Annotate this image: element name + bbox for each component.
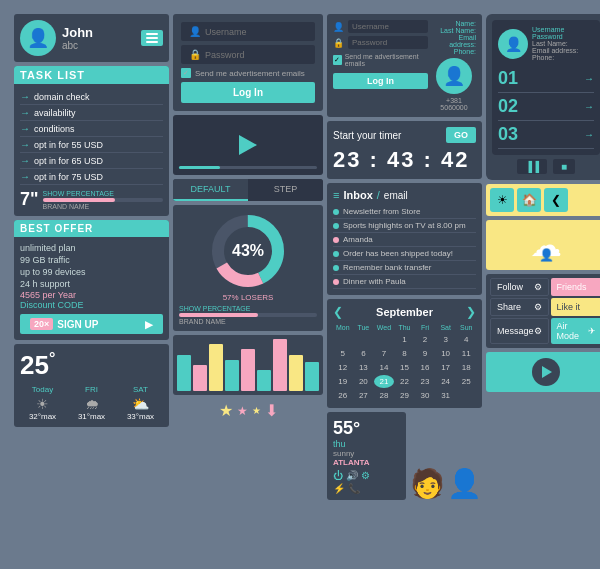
cal-header-wed: Wed (374, 323, 394, 332)
video-progress-fill (179, 166, 220, 169)
cal-prev[interactable]: ❮ (333, 305, 343, 319)
phone2-icon[interactable]: 📞 (348, 483, 360, 494)
show-pct2: SHOW PERCENTAGE (179, 305, 317, 312)
home-btn[interactable]: 🏠 (517, 188, 541, 212)
settings-icon[interactable]: ⚙ (361, 470, 370, 481)
lightning-icon[interactable]: ⚡ (333, 483, 345, 494)
cal-w1-1 (333, 333, 353, 346)
offer-item-5: 4565 per Year (20, 290, 163, 300)
power-icon[interactable]: ⏻ (333, 470, 343, 481)
inbox-item-3[interactable]: Amanda (333, 233, 476, 247)
checkbox[interactable]: ✓ (181, 68, 191, 78)
stripe-8 (289, 355, 303, 391)
play-button[interactable] (239, 135, 257, 155)
cal-d21-today[interactable]: 21 (374, 375, 394, 388)
inbox-menu-icon[interactable]: ≡ (333, 189, 339, 201)
cal-d24[interactable]: 24 (436, 375, 456, 388)
signup-button[interactable]: 20× SIGN UP ▶ (20, 314, 163, 334)
cal-d16[interactable]: 16 (415, 361, 435, 374)
task-item-1[interactable]: → domain check (20, 89, 163, 105)
cal-month: September (376, 306, 433, 318)
inbox-item-2[interactable]: Sports highlights on TV at 8.00 pm (333, 219, 476, 233)
cal-d8[interactable]: 8 (395, 347, 415, 360)
cal-d1[interactable]: 1 (395, 333, 415, 346)
city-day: thu (333, 439, 400, 449)
login2-checkbox[interactable]: ✓ (333, 55, 342, 65)
email-label: Email address: (432, 34, 476, 48)
username-icon: 👤 (189, 26, 201, 37)
volume-icon[interactable]: 🔊 (346, 470, 358, 481)
cal-d6[interactable]: 6 (354, 347, 374, 360)
username-input[interactable] (205, 27, 307, 37)
phone-stop-btn[interactable]: ■ (553, 159, 575, 174)
cal-d14[interactable]: 14 (374, 361, 394, 374)
cal-d17[interactable]: 17 (436, 361, 456, 374)
cal-d2[interactable]: 2 (415, 333, 435, 346)
cal-d30[interactable]: 30 (415, 389, 435, 402)
play2-button[interactable] (532, 358, 560, 386)
cal-d18[interactable]: 18 (456, 361, 476, 374)
phone-pause-btn[interactable]: ▐▐ (517, 159, 547, 174)
login2-user-icon: 👤 (333, 22, 344, 32)
cal-d10[interactable]: 10 (436, 347, 456, 360)
inbox-subtitle: email (384, 190, 408, 201)
cal-d13[interactable]: 13 (354, 361, 374, 374)
cal-d19[interactable]: 19 (333, 375, 353, 388)
like-button[interactable]: Like it (551, 298, 600, 316)
login2-button[interactable]: Log In (333, 73, 428, 89)
login-button[interactable]: Log In (181, 82, 315, 103)
task-item-4[interactable]: → opt in for 55 USD (20, 137, 163, 153)
tab-default[interactable]: DEFAULT (173, 179, 248, 201)
cal-d27[interactable]: 27 (354, 389, 374, 402)
cal-d23[interactable]: 23 (415, 375, 435, 388)
cal-d5[interactable]: 5 (333, 347, 353, 360)
cal-header-fri: Fri (415, 323, 435, 332)
share-button[interactable]: Share ⚙ (490, 298, 549, 316)
cal-d7[interactable]: 7 (374, 347, 394, 360)
inbox-item-6[interactable]: Dinner with Paula (333, 275, 476, 289)
cal-next[interactable]: ❯ (466, 305, 476, 319)
profile-subtitle: abc (62, 40, 93, 51)
back-btn[interactable]: ❮ (544, 188, 568, 212)
city-weather-panel: 55° thu sunny ATLANTA ⏻ 🔊 ⚙ ⚡ 📞 (327, 412, 406, 500)
tab-step[interactable]: STEP (248, 179, 323, 201)
cal-d4[interactable]: 4 (456, 333, 476, 346)
person2-icon: 👤 (447, 467, 482, 500)
inbox-item-4[interactable]: Order has been shipped today! (333, 247, 476, 261)
airmode-button[interactable]: Air Mode ✈ (551, 318, 600, 344)
message-button[interactable]: Message ⚙ (490, 318, 549, 344)
cal-d9[interactable]: 9 (415, 347, 435, 360)
password-input[interactable] (205, 50, 307, 60)
cal-d29[interactable]: 29 (395, 389, 415, 402)
cal-d12[interactable]: 12 (333, 361, 353, 374)
timer-title: Start your timer (333, 130, 401, 141)
task-item-2[interactable]: → availability (20, 105, 163, 121)
cal-d15[interactable]: 15 (395, 361, 415, 374)
login2-password-input[interactable] (348, 36, 428, 49)
friends-button[interactable]: Friends (551, 278, 600, 296)
cal-d26[interactable]: 26 (333, 389, 353, 402)
task-item-6[interactable]: → opt in for 75 USD (20, 169, 163, 185)
cal-d11[interactable]: 11 (456, 347, 476, 360)
task-item-3[interactable]: → conditions (20, 121, 163, 137)
cal-header-sun: Sun (456, 323, 476, 332)
download-icon[interactable]: ⬇ (265, 401, 278, 420)
inbox-item-1[interactable]: Newsletter from Store (333, 205, 476, 219)
cal-d28[interactable]: 28 (374, 389, 394, 402)
cal-d3[interactable]: 3 (436, 333, 456, 346)
cal-d31[interactable]: 31 (436, 389, 456, 402)
cal-d25[interactable]: 25 (456, 375, 476, 388)
cal-d20[interactable]: 20 (354, 375, 374, 388)
person1-icon: 🧑 (410, 467, 445, 500)
task-item-5[interactable]: → opt in for 65 USD (20, 153, 163, 169)
follow-button[interactable]: Follow ⚙ (490, 278, 549, 296)
login2-username-input[interactable] (348, 20, 428, 33)
video-panel[interactable] (173, 115, 323, 175)
cal-d22[interactable]: 22 (395, 375, 415, 388)
go-button[interactable]: GO (446, 127, 476, 143)
inbox-item-5[interactable]: Remember bank transfer (333, 261, 476, 275)
play2-panel[interactable] (486, 352, 600, 392)
sun-btn[interactable]: ☀ (490, 188, 514, 212)
menu-icon[interactable] (141, 30, 163, 46)
phone-row-2: 02 → (498, 93, 594, 121)
